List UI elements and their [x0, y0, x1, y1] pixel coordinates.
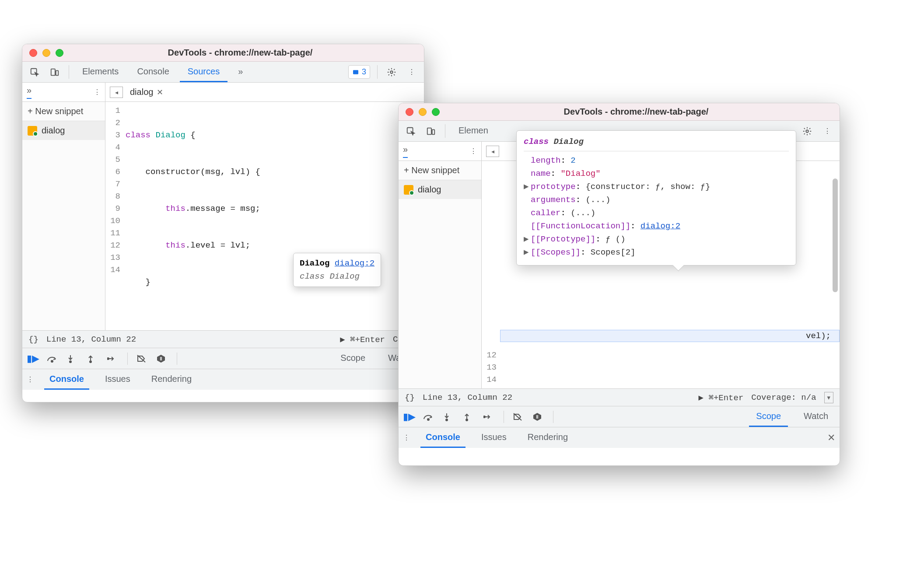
titlebar: DevTools - chrome://new-tab-page/	[399, 103, 840, 121]
step-into-icon[interactable]	[443, 412, 455, 421]
resume-icon[interactable]: ▮▶	[27, 353, 38, 364]
close-icon[interactable]	[29, 49, 37, 57]
titlebar: DevTools - chrome://new-tab-page/	[22, 44, 424, 62]
dropdown-icon[interactable]: ▾	[824, 392, 833, 403]
zoom-icon[interactable]	[432, 108, 440, 116]
file-tab[interactable]: dialog ✕	[127, 87, 166, 97]
sidebar: + New snippet dialog	[22, 102, 105, 330]
new-snippet-button[interactable]: + New snippet	[399, 161, 481, 180]
tab-console[interactable]: Console	[129, 62, 177, 82]
resume-icon[interactable]: ▮▶	[403, 411, 414, 423]
popup-row[interactable]: ▶[[Scopes]]: Scopes[2]	[524, 246, 789, 259]
drawer-kebab-icon[interactable]: ⋮	[27, 375, 34, 384]
sidebar-chevron-icon[interactable]: »	[403, 144, 408, 158]
drawer-rendering[interactable]: Rendering	[146, 369, 197, 390]
step-over-icon[interactable]	[423, 413, 434, 421]
device-icon[interactable]	[46, 62, 63, 82]
nav-back-icon[interactable]: ◂	[486, 146, 499, 157]
snippet-item[interactable]: dialog	[22, 121, 105, 140]
tab-elements[interactable]: Elements	[74, 62, 126, 82]
object-preview-popup: class Dialog length: 2name: "Dialog"▶pro…	[516, 130, 796, 266]
step-over-icon[interactable]	[47, 355, 58, 363]
sidebar-chevron-icon[interactable]: »	[27, 85, 32, 99]
traffic-lights	[406, 108, 440, 116]
tooltip-link[interactable]: dialog:2	[335, 259, 374, 268]
gear-icon[interactable]	[383, 62, 400, 82]
drawer-issues[interactable]: Issues	[100, 369, 136, 390]
svg-point-18	[483, 416, 485, 418]
kebab-icon[interactable]: ⋮	[403, 62, 420, 82]
svg-rect-13	[432, 129, 435, 134]
snippet-item[interactable]: dialog	[399, 180, 481, 199]
cursor-position: Line 13, Column 22	[423, 393, 512, 402]
tab-more[interactable]: »	[230, 62, 251, 82]
popup-row[interactable]: name: "Dialog"	[524, 167, 789, 180]
popup-row[interactable]: ▶[[Prototype]]: ƒ ()	[524, 233, 789, 246]
run-hint[interactable]: ▶ ⌘+Enter	[699, 392, 744, 403]
scope-tab[interactable]: Scope	[749, 406, 788, 427]
code-body[interactable]: class Dialog { constructor(msg, lvl) { t…	[124, 102, 424, 330]
inspect-icon[interactable]	[26, 62, 43, 82]
braces-icon[interactable]: {}	[28, 335, 38, 344]
step-out-icon[interactable]	[463, 412, 475, 421]
drawer-console[interactable]: Console	[420, 427, 466, 448]
cursor-position: Line 13, Column 22	[46, 335, 136, 344]
sidebar-kebab-icon[interactable]: ⋮	[94, 88, 101, 96]
zoom-icon[interactable]	[56, 49, 63, 57]
inspect-icon[interactable]	[402, 121, 420, 141]
coverage-label: Coverage: n/a	[751, 393, 816, 402]
minimize-icon[interactable]	[419, 108, 427, 116]
nav-back-icon[interactable]: ◂	[110, 87, 123, 98]
close-icon[interactable]	[406, 108, 413, 116]
popup-row[interactable]: length: 2	[524, 154, 789, 167]
run-hint[interactable]: ▶ ⌘+Enter	[340, 334, 385, 345]
new-snippet-button[interactable]: + New snippet	[22, 102, 105, 121]
scope-tab[interactable]: Scope	[333, 348, 372, 369]
drawer-issues[interactable]: Issues	[476, 427, 512, 448]
deactivate-breakpoints-icon[interactable]	[136, 354, 148, 363]
popup-row[interactable]: [[FunctionLocation]]: dialog:2	[524, 220, 789, 233]
svg-rect-3	[353, 70, 358, 74]
drawer-kebab-icon[interactable]: ⋮	[403, 433, 410, 442]
issues-badge[interactable]: 3	[348, 65, 370, 79]
drawer-rendering[interactable]: Rendering	[522, 427, 573, 448]
popup-row[interactable]: arguments: (...)	[524, 193, 789, 206]
gutter: 1234567891011121314	[105, 102, 124, 330]
svg-rect-2	[56, 70, 59, 75]
code-editor[interactable]: 1234567891011121314 class Dialog { const…	[105, 102, 424, 330]
gear-icon[interactable]	[798, 121, 816, 141]
pause-exceptions-icon[interactable]	[157, 354, 168, 363]
deactivate-breakpoints-icon[interactable]	[513, 412, 524, 421]
popup-row[interactable]: ▶prototype: {constructor: ƒ, show: ƒ}	[524, 180, 789, 193]
close-tab-icon[interactable]: ✕	[157, 87, 163, 97]
issue-count: 3	[362, 67, 366, 77]
svg-rect-20	[538, 415, 539, 419]
pause-exceptions-icon[interactable]	[533, 412, 544, 421]
sidebar-kebab-icon[interactable]: ⋮	[470, 147, 477, 155]
drawer-console[interactable]: Console	[44, 369, 89, 390]
kebab-icon[interactable]: ⋮	[819, 121, 836, 141]
tab-sources[interactable]: Sources	[180, 62, 228, 82]
minimize-icon[interactable]	[42, 49, 50, 57]
svg-point-8	[107, 358, 109, 360]
device-icon[interactable]	[422, 121, 440, 141]
step-out-icon[interactable]	[87, 354, 98, 363]
svg-rect-10	[161, 357, 162, 360]
window-title: DevTools - chrome://new-tab-page/	[440, 107, 833, 117]
scrollbar-thumb[interactable]	[833, 178, 838, 292]
svg-point-14	[806, 130, 808, 133]
snippet-icon	[28, 126, 37, 136]
status-bar: {} Line 13, Column 22 ▶ ⌘+Enter Coverage…	[399, 388, 840, 406]
step-icon[interactable]	[483, 413, 495, 420]
svg-point-17	[466, 419, 468, 421]
step-into-icon[interactable]	[67, 354, 78, 363]
watch-tab[interactable]: Watch	[797, 406, 835, 427]
step-icon[interactable]	[107, 355, 119, 362]
close-drawer-icon[interactable]: ✕	[827, 432, 835, 444]
main-tabs: Elements Console Sources » 3 ⋮	[22, 62, 424, 83]
svg-rect-1	[51, 69, 55, 75]
svg-point-5	[51, 360, 53, 362]
popup-row[interactable]: caller: (...)	[524, 206, 789, 220]
tab-elements-partial[interactable]: Elemen	[451, 121, 496, 141]
braces-icon[interactable]: {}	[405, 393, 415, 402]
